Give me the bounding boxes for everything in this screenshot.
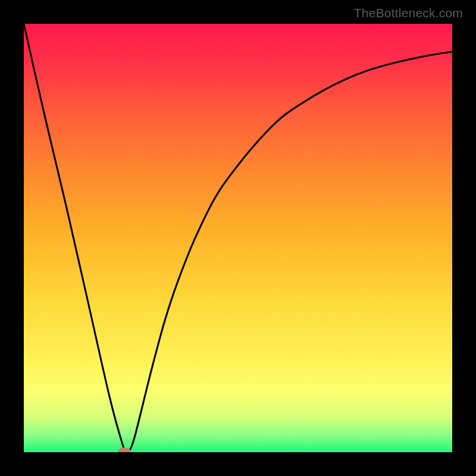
chart-svg — [24, 24, 452, 452]
plot-area — [24, 24, 452, 452]
attribution-label: TheBottleneck.com — [354, 6, 463, 20]
chart-frame: TheBottleneck.com — [0, 0, 476, 476]
gradient-background — [24, 24, 452, 452]
